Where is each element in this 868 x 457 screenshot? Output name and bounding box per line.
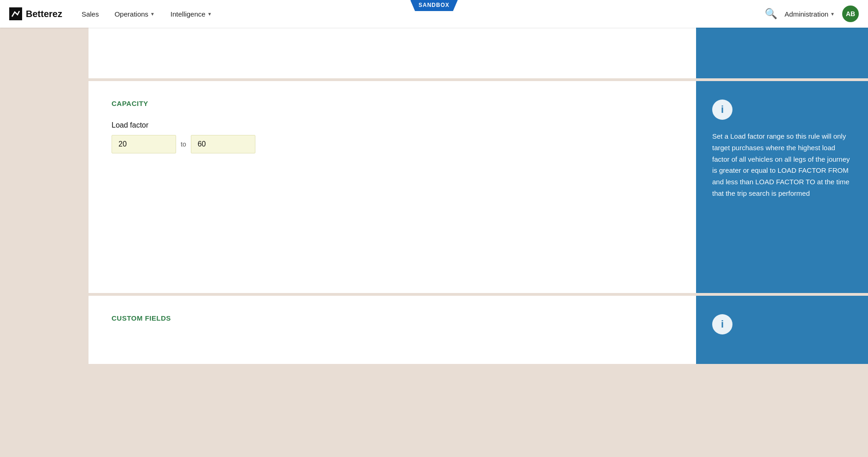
administration-menu[interactable]: Administration ▼ xyxy=(785,10,835,18)
navbar: Betterez Sales Operations ▼ Intelligence… xyxy=(0,0,868,28)
top-section xyxy=(89,28,868,78)
nav-sales[interactable]: Sales xyxy=(76,6,105,22)
svg-rect-0 xyxy=(9,7,22,20)
logo[interactable]: Betterez xyxy=(9,7,62,20)
capacity-title: CAPACITY xyxy=(112,100,673,107)
nav-operations[interactable]: Operations ▼ xyxy=(109,6,160,22)
logo-text: Betterez xyxy=(26,9,62,19)
load-factor-range: to xyxy=(112,135,673,153)
administration-label: Administration xyxy=(785,10,828,18)
load-factor-label: Load factor xyxy=(112,121,673,129)
avatar[interactable]: AB xyxy=(842,6,859,22)
load-factor-to-input[interactable] xyxy=(191,135,255,153)
capacity-section: CAPACITY Load factor to i Set a Load fac… xyxy=(89,81,868,293)
capacity-form: CAPACITY Load factor to xyxy=(89,81,696,293)
range-separator: to xyxy=(181,141,186,148)
custom-fields-info-panel: i xyxy=(696,296,868,364)
custom-fields-form: CUSTOM FIELDS xyxy=(89,296,696,364)
capacity-info-text: Set a Load factor range so this rule wil… xyxy=(712,131,852,199)
nav-intelligence-label: Intelligence xyxy=(171,10,206,18)
nav-sales-label: Sales xyxy=(82,10,99,18)
intelligence-chevron-icon: ▼ xyxy=(207,12,212,17)
top-section-blue xyxy=(696,28,868,78)
custom-fields-info-icon: i xyxy=(712,314,732,334)
top-section-white xyxy=(89,28,696,78)
logo-icon xyxy=(9,7,22,20)
nav-operations-label: Operations xyxy=(114,10,148,18)
administration-chevron-icon: ▼ xyxy=(830,12,835,17)
content-area: CAPACITY Load factor to i Set a Load fac… xyxy=(89,28,868,457)
sandbox-badge: SANDBOX xyxy=(410,0,458,11)
operations-chevron-icon: ▼ xyxy=(150,12,155,17)
nav-right: 🔍 Administration ▼ AB xyxy=(765,6,859,22)
custom-fields-section: CUSTOM FIELDS i xyxy=(89,296,868,364)
search-button[interactable]: 🔍 xyxy=(765,8,777,20)
capacity-info-panel: i Set a Load factor range so this rule w… xyxy=(696,81,868,293)
nav-intelligence[interactable]: Intelligence ▼ xyxy=(165,6,218,22)
page-layout: CAPACITY Load factor to i Set a Load fac… xyxy=(0,28,868,457)
custom-fields-title: CUSTOM FIELDS xyxy=(112,314,673,322)
sidebar xyxy=(0,28,89,457)
load-factor-from-input[interactable] xyxy=(112,135,176,153)
info-icon: i xyxy=(712,100,732,120)
